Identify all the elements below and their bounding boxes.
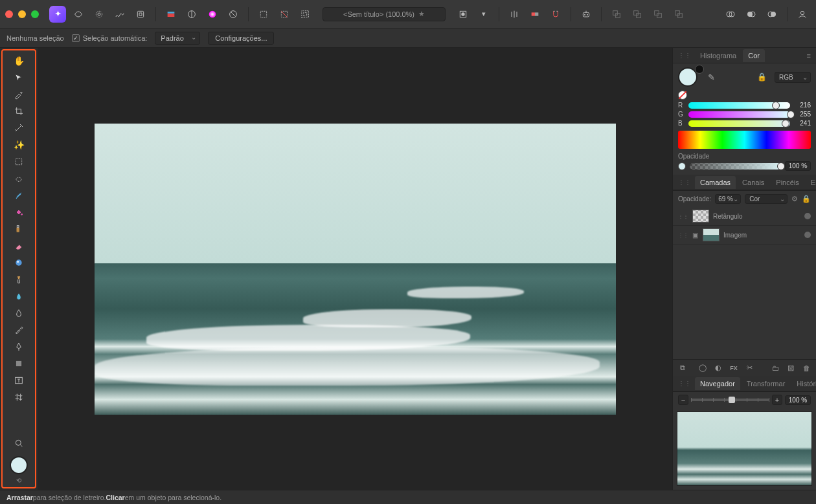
- document-canvas[interactable]: [95, 124, 616, 415]
- eyedropper-tool-icon[interactable]: [10, 322, 28, 338]
- tab-histogram[interactable]: Histograma: [695, 49, 742, 62]
- settings-button[interactable]: Configurações...: [208, 32, 274, 45]
- layer-opacity-field[interactable]: 69 %: [715, 194, 741, 204]
- tab-channels[interactable]: Canais: [737, 176, 769, 189]
- color-picker-tool-icon[interactable]: [10, 87, 28, 102]
- select-all-icon[interactable]: [255, 6, 272, 23]
- layer-fx-icon[interactable]: FX: [728, 362, 740, 374]
- arrange-backward-icon[interactable]: [629, 6, 646, 23]
- eyedropper-icon[interactable]: ✎: [708, 72, 715, 82]
- layer-visibility-toggle[interactable]: [804, 232, 811, 238]
- layer-row[interactable]: ⋮⋮ ▣ Imagem: [673, 226, 816, 245]
- document-title-field[interactable]: <Sem título> (100.0%) ★: [323, 7, 446, 21]
- layer-lock-icon[interactable]: 🔒: [802, 195, 811, 203]
- tab-layers[interactable]: Camadas: [695, 176, 736, 189]
- channel-b-slider[interactable]: [688, 120, 790, 127]
- boolean-intersect-icon[interactable]: [764, 6, 780, 23]
- layer-merge-icon[interactable]: ⧉: [677, 362, 688, 374]
- navigator-preview[interactable]: [677, 411, 812, 486]
- minimize-window-button[interactable]: [18, 10, 26, 18]
- layer-visibility-toggle[interactable]: [804, 213, 811, 219]
- zoom-value-field[interactable]: 100 %: [785, 395, 811, 405]
- layer-options-gear-icon[interactable]: ⚙: [791, 195, 798, 203]
- blur-tool-icon[interactable]: [10, 255, 28, 270]
- assistant-icon[interactable]: [578, 6, 595, 23]
- move-tool-icon[interactable]: [10, 70, 28, 85]
- maximize-window-button[interactable]: [31, 10, 39, 18]
- channel-g-slider[interactable]: [688, 111, 790, 118]
- persona-photo-icon[interactable]: [70, 6, 87, 23]
- zoom-slider[interactable]: [691, 399, 769, 401]
- canvas-viewport[interactable]: [38, 48, 672, 490]
- persona-develop-icon[interactable]: [111, 6, 128, 23]
- auto-select-checkbox[interactable]: ✓: [72, 34, 80, 42]
- wand-tool-icon[interactable]: [10, 120, 28, 136]
- dodge-tool-icon[interactable]: [10, 289, 28, 304]
- zoom-in-button[interactable]: +: [772, 395, 782, 405]
- layer-thumbnail[interactable]: [703, 228, 720, 241]
- tab-transform[interactable]: Transformar: [742, 377, 791, 390]
- arrange-back-icon[interactable]: [608, 6, 625, 23]
- deselect-icon[interactable]: [276, 6, 293, 23]
- hue-spectrum[interactable]: [678, 131, 811, 149]
- tab-brushes[interactable]: Pincéis: [771, 176, 804, 189]
- align-icon[interactable]: [506, 6, 523, 23]
- swatches-icon[interactable]: [163, 6, 179, 23]
- layer-add-icon[interactable]: ▧: [785, 362, 797, 374]
- no-color-icon[interactable]: [678, 91, 687, 100]
- persona-tone-icon[interactable]: [132, 6, 149, 23]
- arrange-forward-icon[interactable]: [650, 6, 666, 23]
- opacity-value-field[interactable]: 100 %: [785, 161, 811, 171]
- layer-linked-icon[interactable]: ▣: [692, 232, 699, 239]
- color-wheel-icon[interactable]: [204, 6, 221, 23]
- magnet-icon[interactable]: [547, 6, 564, 23]
- close-window-button[interactable]: [5, 10, 13, 18]
- channel-r-slider[interactable]: [688, 102, 790, 109]
- layer-thumbnail[interactable]: [692, 210, 709, 223]
- sponge-tool-icon[interactable]: [10, 305, 28, 321]
- secondary-color-swatch[interactable]: [695, 65, 704, 74]
- panel-drag-icon[interactable]: ⋮⋮: [675, 380, 694, 387]
- layer-mask-icon[interactable]: ◯: [697, 362, 708, 374]
- crop-tool-icon[interactable]: [10, 104, 28, 119]
- layer-group-icon[interactable]: 🗀: [769, 362, 781, 374]
- panel-drag-icon[interactable]: ⋮⋮: [675, 52, 694, 59]
- layer-crop-icon[interactable]: ✂: [743, 362, 755, 374]
- layer-drag-icon[interactable]: ⋮⋮: [678, 232, 688, 238]
- zoom-out-button[interactable]: −: [678, 395, 688, 405]
- boolean-add-icon[interactable]: [722, 6, 739, 23]
- erase-tool-icon[interactable]: [10, 238, 28, 254]
- adjustment-icon[interactable]: [183, 6, 200, 23]
- flood-tool-icon[interactable]: ✨: [10, 137, 28, 153]
- favorite-icon[interactable]: ★: [418, 10, 425, 18]
- tab-navigator[interactable]: Navegador: [695, 377, 740, 390]
- retouch-tool-icon[interactable]: [10, 272, 28, 287]
- invert-select-icon[interactable]: [297, 6, 313, 23]
- auto-select-mode-dropdown[interactable]: Padrão: [155, 32, 200, 45]
- freehand-select-tool-icon[interactable]: [10, 171, 28, 186]
- tab-stock[interactable]: Estoque: [806, 176, 816, 189]
- hand-tool-icon[interactable]: ✋: [10, 53, 28, 69]
- foreground-color-swatch[interactable]: [10, 456, 28, 474]
- opacity-slider[interactable]: [690, 163, 781, 170]
- panel-menu-icon[interactable]: ≡: [804, 52, 813, 60]
- quick-mask-dd-icon[interactable]: ▾: [475, 6, 492, 23]
- shape-tool-icon[interactable]: [10, 356, 28, 371]
- view-tool-icon[interactable]: [10, 435, 28, 451]
- tab-history[interactable]: Histórico: [791, 377, 816, 390]
- snap-toggle-icon[interactable]: [527, 6, 543, 23]
- persona-liquify-icon[interactable]: [91, 6, 108, 23]
- layer-row[interactable]: ⋮⋮ Retângulo: [673, 207, 816, 226]
- account-icon[interactable]: [794, 6, 811, 23]
- boolean-subtract-icon[interactable]: [743, 6, 760, 23]
- tab-color[interactable]: Cor: [743, 49, 765, 62]
- layer-drag-icon[interactable]: ⋮⋮: [678, 214, 688, 219]
- swap-colors-icon[interactable]: ⟲: [10, 476, 28, 485]
- color-mode-dropdown[interactable]: RGB: [775, 72, 811, 83]
- panel-drag-icon[interactable]: ⋮⋮: [675, 179, 694, 186]
- quick-mask-icon[interactable]: [455, 6, 471, 23]
- mesh-tool-icon[interactable]: [10, 389, 28, 405]
- layer-adjust-icon[interactable]: ◐: [712, 362, 724, 374]
- text-tool-icon[interactable]: [10, 373, 28, 388]
- arrange-front-icon[interactable]: [670, 6, 687, 23]
